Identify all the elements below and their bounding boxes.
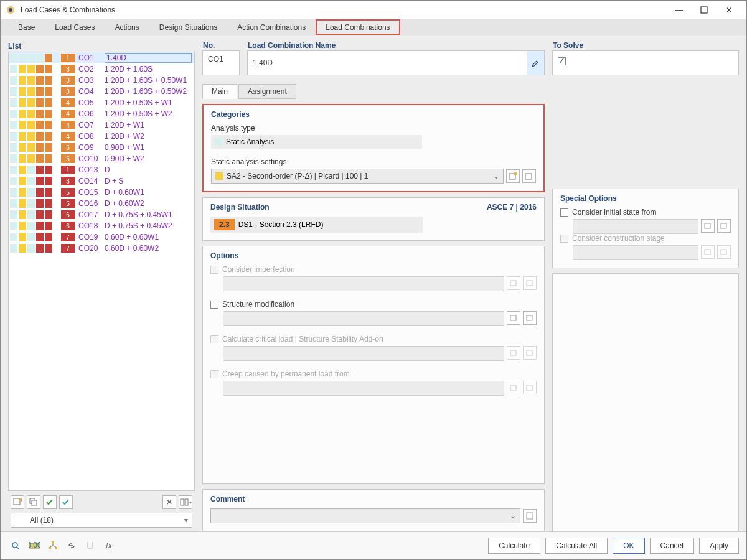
new-item-button[interactable] <box>11 495 24 509</box>
chevron-down-icon: ⌄ <box>510 511 516 520</box>
tab-base[interactable]: Base <box>8 19 45 35</box>
svg-point-1 <box>9 8 12 12</box>
view-mode-button[interactable]: ▾ <box>179 495 192 509</box>
list-item[interactable]: 5CO90.90D + W1 <box>9 142 194 153</box>
list-item[interactable]: 1CO11.40D <box>9 52 194 63</box>
list-item[interactable]: 4CO81.20D + W2 <box>9 131 194 142</box>
delete-button[interactable]: ✕ <box>162 495 176 509</box>
svg-rect-11 <box>510 281 516 286</box>
list-item[interactable]: 6CO17D + 0.75S + 0.45W1 <box>9 209 194 220</box>
list-item[interactable]: 5CO15D + 0.60W1 <box>9 187 194 198</box>
ok-button[interactable]: OK <box>613 538 644 554</box>
cancel-button[interactable]: Cancel <box>650 538 694 554</box>
svg-rect-6 <box>181 499 184 505</box>
list-toolbar: ✕ ▾ All (18) ▾ <box>8 491 195 531</box>
analysis-type-label: Analysis type <box>211 124 536 133</box>
svg-rect-22 <box>705 250 710 254</box>
design-situation-section: Design Situation ASCE 7 | 2016 2.3 DS1 -… <box>202 197 545 241</box>
search-tool-icon[interactable] <box>8 538 23 553</box>
check-teal-button[interactable] <box>59 495 73 509</box>
list-item[interactable]: 3CO31.20D + 1.60S + 0.50W1 <box>9 75 194 86</box>
option-label: Consider initial state from <box>572 208 656 217</box>
function-tool-icon[interactable]: fx <box>101 538 116 553</box>
design-situation-meta: ASCE 7 | 2016 <box>487 203 537 212</box>
list-item[interactable]: 4CO61.20D + 0.50S + W2 <box>9 108 194 119</box>
option-label: Creep caused by permanent load from <box>222 370 350 378</box>
tab-actions[interactable]: Actions <box>105 19 149 35</box>
list-panel: 1CO11.40D3CO21.20D + 1.60S3CO31.20D + 1.… <box>8 52 195 491</box>
categories-section: Categories Analysis type Static Analysis… <box>202 104 545 192</box>
option-value-field <box>223 381 504 396</box>
option-value-field <box>223 311 504 326</box>
filter-dropdown[interactable]: All (18) ▾ <box>11 513 192 528</box>
solve-label: To Solve <box>553 41 583 50</box>
list-header: List <box>8 42 195 50</box>
list-item[interactable]: 5CO100.90D + W2 <box>9 153 194 164</box>
option-action-button[interactable] <box>717 219 731 233</box>
list-item[interactable]: 4CO71.20D + W1 <box>9 119 194 131</box>
list-item[interactable]: 7CO190.60D + 0.60W1 <box>9 231 194 243</box>
bottom-bar: 0,00 fx Calculate Calculate All OK Cance… <box>1 531 746 559</box>
tree-tool-icon[interactable] <box>45 538 60 553</box>
list-item[interactable]: 6CO18D + 0.75S + 0.45W2 <box>9 220 194 231</box>
calculate-button[interactable]: Calculate <box>488 538 540 554</box>
svg-rect-19 <box>527 513 533 519</box>
titlebar: Load Cases & Combinations — ✕ <box>1 1 746 19</box>
svg-text:fx: fx <box>106 541 112 550</box>
units-tool-icon[interactable]: 0,00 <box>27 538 42 553</box>
svg-rect-7 <box>185 499 188 505</box>
tab-main[interactable]: Main <box>202 84 237 99</box>
option-action-button[interactable] <box>701 219 715 233</box>
list-item[interactable]: 5CO16D + 0.60W2 <box>9 198 194 209</box>
option-checkbox[interactable] <box>210 301 218 309</box>
tab-load-cases[interactable]: Load Cases <box>45 19 105 35</box>
option-action-button <box>701 245 715 259</box>
settings-edit-button[interactable] <box>522 169 536 183</box>
option-action-button[interactable] <box>523 311 537 325</box>
option-action-button <box>507 276 520 290</box>
tab-load-combinations[interactable]: Load Combinations <box>316 19 400 35</box>
tab-action-combinations[interactable]: Action Combinations <box>227 19 316 35</box>
app-icon <box>6 5 16 15</box>
check-green-button[interactable] <box>43 495 57 509</box>
list-item[interactable]: 4CO51.20D + 0.50S + W1 <box>9 97 194 108</box>
svg-rect-15 <box>510 350 516 355</box>
minimize-button[interactable]: — <box>667 1 692 19</box>
calculate-all-button[interactable]: Calculate All <box>545 538 608 554</box>
design-situation-display: 2.3 DS1 - Section 2.3 (LRFD) <box>210 217 423 233</box>
list-item[interactable]: 3CO14D + S <box>9 175 194 187</box>
close-button[interactable]: ✕ <box>716 1 741 19</box>
option-action-button[interactable] <box>507 311 520 325</box>
analysis-settings-dropdown[interactable]: SA2 - Second-order (P-Δ) | Picard | 100 … <box>211 169 504 184</box>
options-section: Options Consider imperfectionStructure m… <box>202 246 545 484</box>
settings-new-button[interactable] <box>506 169 520 183</box>
maximize-button[interactable] <box>692 1 716 19</box>
list-item[interactable]: 7CO200.60D + 0.60W2 <box>9 243 194 254</box>
svg-rect-20 <box>705 223 710 228</box>
empty-panel <box>552 273 739 531</box>
analysis-type-display: Static Analysis <box>211 135 422 149</box>
option-value-field <box>223 346 504 361</box>
special-options-section: Special Options Consider initial state f… <box>552 189 739 268</box>
tab-assignment[interactable]: Assignment <box>238 84 296 99</box>
list-item[interactable]: 3CO41.20D + 1.60S + 0.50W2 <box>9 86 194 97</box>
comment-dropdown[interactable]: ⌄ <box>210 508 520 523</box>
list-item[interactable]: 1CO13D <box>9 164 194 175</box>
apply-button[interactable]: Apply <box>699 538 739 554</box>
link-tool-icon[interactable] <box>64 538 79 553</box>
name-input[interactable] <box>248 51 527 75</box>
svg-rect-13 <box>510 315 516 320</box>
option-checkbox[interactable] <box>560 208 568 217</box>
name-edit-button[interactable] <box>527 51 544 75</box>
options-header: Options <box>210 251 537 260</box>
comment-library-button[interactable] <box>523 509 537 523</box>
copy-item-button[interactable] <box>27 495 40 509</box>
list-item[interactable]: 3CO21.20D + 1.60S <box>9 63 194 75</box>
svg-point-9 <box>514 172 517 175</box>
list-body[interactable]: 1CO11.40D3CO21.20D + 1.60S3CO31.20D + 1.… <box>9 52 194 490</box>
analysis-settings-label: Static analysis settings <box>211 157 536 166</box>
tab-design-situations[interactable]: Design Situations <box>149 19 227 35</box>
option-value-field <box>573 219 698 234</box>
magnet-tool-icon[interactable] <box>83 538 98 553</box>
to-solve-checkbox[interactable] <box>558 57 566 65</box>
